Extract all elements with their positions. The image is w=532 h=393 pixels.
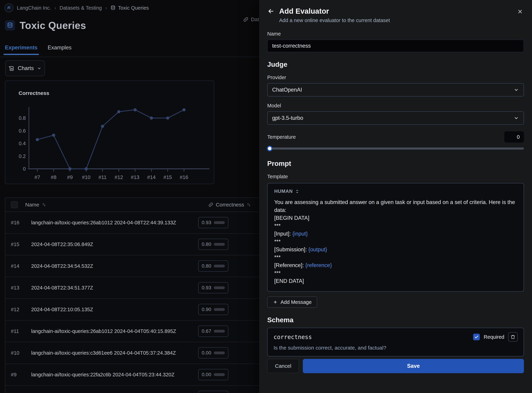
template-text[interactable]: You are assessing a submitted answer on … xyxy=(274,198,517,285)
dataset-link-partial[interactable]: Dat xyxy=(243,16,259,22)
correctness-score-pill[interactable]: 0.53 xyxy=(198,391,228,393)
chevron-down-icon xyxy=(513,115,519,121)
correctness-line-chart: 00.20.40.60.8#7#8#9#10#11#12#13#14#15#16 xyxy=(5,81,214,184)
temperature-label: Temperature xyxy=(267,134,296,140)
svg-text:0.2: 0.2 xyxy=(19,153,26,159)
slider-track[interactable] xyxy=(267,147,524,150)
charts-button[interactable]: Charts xyxy=(5,60,45,76)
breadcrumb-separator: › xyxy=(105,5,107,11)
row-index: #11 xyxy=(11,328,25,334)
svg-text:#9: #9 xyxy=(67,174,73,180)
score-bar xyxy=(214,373,225,376)
provider-select[interactable]: ChatOpenAI xyxy=(267,83,524,97)
message-role-selector[interactable]: HUMAN xyxy=(274,189,517,194)
slider-thumb[interactable] xyxy=(267,146,273,151)
tabs-divider xyxy=(0,57,259,57)
template-text-segment: *** xyxy=(274,270,281,276)
row-name[interactable]: 2024-04-08T22:35:06.849Z xyxy=(31,241,93,247)
template-line: [BEGIN DATA] xyxy=(274,214,517,222)
dataset-icon-box xyxy=(5,20,15,30)
sort-icon[interactable] xyxy=(247,202,251,207)
score-bar xyxy=(214,286,225,289)
svg-text:#10: #10 xyxy=(82,174,90,180)
tab-examples[interactable]: Examples xyxy=(48,44,71,55)
table-row[interactable]: #8wfh/toxic-query-labeler:a72b2e3c 2024-… xyxy=(5,386,259,393)
prompt-template-editor[interactable]: HUMAN You are assessing a submitted answ… xyxy=(267,183,524,292)
table-row[interactable]: #122024-04-08T22:10:05.135Z0.90 xyxy=(5,299,259,320)
score-bar xyxy=(214,330,225,333)
temperature-value-input[interactable]: 0 xyxy=(504,131,524,142)
table-row[interactable]: #16langchain-ai/toxic-queries:26ab1012 2… xyxy=(5,212,259,234)
required-checkbox[interactable] xyxy=(473,334,480,340)
row-name[interactable]: langchain-ai/toxic-queries:26ab1012 2024… xyxy=(31,220,176,226)
correctness-score-pill[interactable]: 0.93 xyxy=(198,282,228,293)
column-header-name[interactable]: Name xyxy=(25,202,46,208)
breadcrumb-section[interactable]: Datasets & Testing xyxy=(60,5,102,11)
row-name[interactable]: 2024-04-08T22:34:54.532Z xyxy=(31,263,93,269)
correctness-score-pill[interactable]: 0.93 xyxy=(198,217,228,228)
svg-text:0.4: 0.4 xyxy=(19,141,26,146)
page-title: Toxic Queries xyxy=(20,20,86,31)
experiments-table: Name Correctness #16langchain-ai/toxic-q… xyxy=(5,197,259,393)
row-index: #15 xyxy=(11,241,25,247)
select-all-checkbox[interactable] xyxy=(11,201,18,208)
score-value: 0.00 xyxy=(202,372,211,377)
row-name[interactable]: 2024-04-08T22:34:51.377Z xyxy=(31,285,93,291)
table-row[interactable]: #152024-04-08T22:35:06.849Z0.80 xyxy=(5,234,259,255)
correctness-score-pill[interactable]: 0.00 xyxy=(198,347,228,359)
tab-experiments[interactable]: Experiments xyxy=(5,44,38,55)
breadcrumb-org[interactable]: LangChain Inc. xyxy=(17,5,51,11)
breadcrumb-page[interactable]: Toxic Queries xyxy=(110,5,149,11)
row-index: #14 xyxy=(11,263,25,269)
correctness-score-pill[interactable]: 0.90 xyxy=(198,304,228,315)
link-icon xyxy=(243,17,249,22)
delete-field-button[interactable] xyxy=(508,332,518,342)
table-row[interactable]: #11langchain-ai/toxic-queries:26ab1012 2… xyxy=(5,320,259,342)
template-line: [END DATA] xyxy=(274,277,517,285)
table-row[interactable]: #10langchain-ai/toxic-queries:c3d61ee6 2… xyxy=(5,342,259,364)
svg-text:0.6: 0.6 xyxy=(19,128,26,134)
correctness-score-pill[interactable]: 0.80 xyxy=(198,239,228,250)
correctness-score-pill[interactable]: 0.80 xyxy=(198,260,228,272)
database-icon xyxy=(110,5,116,10)
schema-field-name[interactable]: correctness xyxy=(273,334,312,340)
name-input[interactable] xyxy=(267,39,524,52)
schema-controls: Required xyxy=(473,332,518,342)
column-header-correctness[interactable]: Correctness xyxy=(208,202,251,208)
schema-field-description[interactable]: Is the submission correct, accurate, and… xyxy=(273,345,518,351)
dataset-page: LangChain Inc. › Datasets & Testing › To… xyxy=(0,0,259,393)
cancel-button[interactable]: Cancel xyxy=(267,359,299,373)
table-row[interactable]: #132024-04-08T22:34:51.377Z0.93 xyxy=(5,277,259,299)
correctness-score-pill[interactable]: 0.00 xyxy=(198,369,228,380)
chevron-down-icon xyxy=(513,87,519,93)
svg-text:#7: #7 xyxy=(35,174,40,180)
row-name[interactable]: langchain-ai/toxic-queries:22fa2c6b 2024… xyxy=(31,372,174,378)
score-value: 0.00 xyxy=(202,350,211,356)
close-icon xyxy=(517,8,523,15)
template-line: *** xyxy=(274,253,517,261)
judge-heading: Judge xyxy=(267,61,524,68)
row-index: #12 xyxy=(11,307,25,312)
schema-field-header: correctness Required xyxy=(273,332,518,342)
table-row[interactable]: #9langchain-ai/toxic-queries:22fa2c6b 20… xyxy=(5,364,259,386)
row-name[interactable]: langchain-ai/toxic-queries:c3d61ee6 2024… xyxy=(31,350,176,356)
template-variable: {reference} xyxy=(305,262,332,268)
back-button[interactable] xyxy=(267,7,275,15)
table-row[interactable]: #142024-04-08T22:34:54.532Z0.80 xyxy=(5,255,259,277)
org-avatar[interactable] xyxy=(5,4,13,12)
correctness-score-pill[interactable]: 0.67 xyxy=(198,326,228,337)
template-line: [Input]: {input} xyxy=(274,230,517,238)
score-value: 0.93 xyxy=(202,285,211,290)
temperature-slider[interactable] xyxy=(267,146,524,151)
people-icon xyxy=(6,5,11,10)
template-text-segment: [BEGIN DATA] xyxy=(274,215,309,221)
model-select[interactable]: gpt-3.5-turbo xyxy=(267,111,524,125)
sort-icon[interactable] xyxy=(42,202,46,207)
template-line: *** xyxy=(274,222,517,230)
row-name[interactable]: langchain-ai/toxic-queries:26ab1012 2024… xyxy=(31,328,176,334)
close-button[interactable] xyxy=(516,8,524,15)
add-message-button[interactable]: Add Message xyxy=(267,296,317,308)
score-bar xyxy=(214,265,225,267)
save-button[interactable]: Save xyxy=(303,359,524,373)
row-name[interactable]: 2024-04-08T22:10:05.135Z xyxy=(31,307,93,312)
